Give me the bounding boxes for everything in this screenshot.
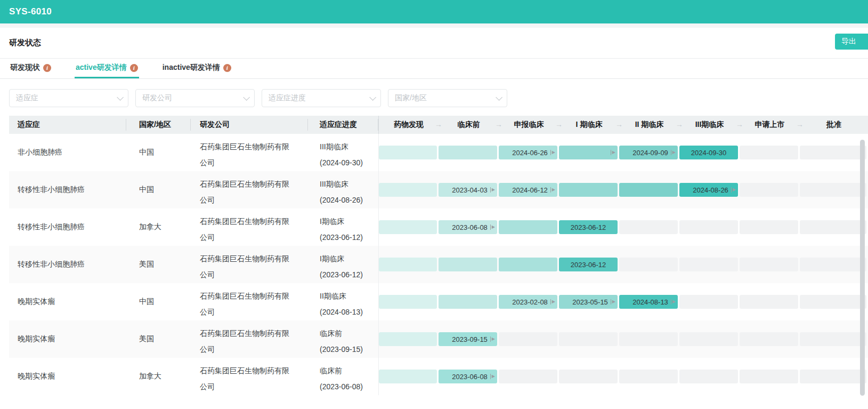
stage-progress-bar [439,258,497,271]
stage-placeholder-bar [740,332,798,346]
stage-cell: 2024-09-09▶ [619,134,679,171]
step-forward-icon[interactable]: ▶ [490,224,495,230]
stage-progress-bar: 2024-08-26▶ [679,183,738,197]
stage-cell [740,358,800,395]
stage-date: 2024-09-09 [632,149,668,157]
info-icon[interactable]: i [130,64,138,72]
stage-date: 2023-06-12 [571,261,606,269]
progress-stage-text: I期临床 [320,251,378,267]
step-forward-icon[interactable]: ▶ [550,187,555,193]
stage-placeholder-bar [740,370,798,383]
column-header: 适应症进度 [308,116,378,134]
table-header-row: 适应症国家/地区研发公司适应症进度药物发现→临床前→申报临床→I 期临床→II … [9,116,868,134]
stage-date: 2023-06-12 [571,223,606,231]
stage-cell [679,358,740,395]
stage-cell [439,134,499,171]
stage-placeholder-bar [679,295,738,309]
stage-placeholder-bar [619,370,678,383]
stage-placeholder-bar [679,332,738,346]
stage-date: 2024-09-30 [691,149,727,157]
stage-progress-bar [379,332,437,346]
step-forward-icon[interactable]: ▶ [671,150,676,155]
progress-cell: III期临床(2024-09-30) [308,134,378,171]
stage-date: 2024-06-26 [512,149,548,157]
table-row: 转移性非小细胞肺癌美国石药集团巨石生物制药有限公司I期临床(2023-06-12… [9,246,868,283]
stage-cell [378,246,439,283]
stage-placeholder-bar [800,258,866,271]
stage-cell: 2023-06-12 [559,246,619,283]
step-forward-icon[interactable]: ▶ [611,299,615,304]
indication-cell: 转移性非小细胞肺癌 [9,171,126,208]
stage-progress-bar: 2023-05-15▶ [559,295,618,309]
table-row: 转移性非小细胞肺癌中国石药集团巨石生物制药有限公司III期临床(2024-08-… [9,171,868,208]
step-forward-icon[interactable]: ▶ [731,187,736,193]
step-forward-icon[interactable]: ▶ [671,299,676,304]
stage-cell [499,246,559,283]
section-header: 研发状态 导出 [0,28,868,59]
region-cell: 中国 [126,134,191,171]
indication-cell: 晚期实体瘤 [9,320,126,358]
stage-cell [499,358,559,395]
stage-placeholder-bar [800,183,866,197]
stage-placeholder-bar [800,295,866,309]
filter-select[interactable]: 适应症进度 [262,89,381,107]
stage-progress-bar: 2023-09-15▶ [439,332,497,346]
progress-stage-text: II期临床 [320,288,378,304]
stage-progress-bar: 2023-06-12 [559,220,618,234]
stage-cell [378,134,439,171]
stage-progress-bar [499,258,557,271]
vertical-scrollbar-thumb[interactable] [860,140,865,396]
stage-progress-bar: 2024-06-12▶ [499,183,557,197]
table-row: 晚期实体瘤中国石药集团巨石生物制药有限公司II期临床(2024-08-13)20… [9,283,868,320]
stage-placeholder-bar [740,220,798,234]
stage-date: 2023-06-08 [452,223,488,231]
column-header: 研发公司 [191,116,308,134]
stage-progress-bar [439,295,497,309]
step-forward-icon[interactable]: ▶ [550,299,555,304]
progress-stage-text: I期临床 [320,213,378,229]
company-cell: 石药集团巨石生物制药有限公司 [191,171,308,208]
filter-select[interactable]: 适应症 [9,89,128,107]
page-background-gap [0,23,868,28]
stage-progress-bar: 2023-06-12 [559,258,618,271]
table-row: 晚期实体瘤加拿大石药集团巨石生物制药有限公司临床前(2023-06-08)202… [9,358,868,395]
stage-cell [619,358,679,395]
step-forward-icon[interactable]: ▶ [490,374,495,379]
step-forward-icon[interactable]: ▶ [490,187,495,193]
stage-cell [679,208,740,246]
info-icon[interactable]: i [43,64,51,72]
export-button[interactable]: 导出 [835,34,868,50]
stage-progress-bar: 2024-08-13▶ [619,295,678,309]
stage-column-header: I 期临床→ [559,116,619,134]
filter-select[interactable]: 国家/地区 [388,89,507,107]
tab-active-rd-detail[interactable]: active研发详情 i [75,59,139,78]
progress-cell: I期临床(2023-06-12) [308,246,378,283]
step-forward-icon[interactable]: ▶ [490,336,495,342]
stage-cell: 2024-06-26▶ [499,134,559,171]
stage-progress-bar [559,183,618,197]
progress-stage-text: 临床前 [320,325,378,341]
stage-cell [800,246,868,283]
tab-rd-status[interactable]: 研发现状 i [9,59,52,78]
stage-cell: 2023-06-08▶ [439,358,499,395]
tab-inactive-rd-detail[interactable]: inactive研发详情 i [161,59,232,78]
progress-cell: 临床前(2023-09-15) [308,320,378,358]
stage-cell [740,171,800,208]
tab-label: 研发现状 [10,63,40,73]
stage-cell [378,283,439,320]
stage-column-header: 申请上市→ [740,116,800,134]
step-forward-icon[interactable]: ▶ [611,150,615,155]
stage-column-header: II 期临床→ [619,116,679,134]
filter-placeholder: 研发公司 [142,93,172,103]
filter-select[interactable]: 研发公司 [135,89,255,107]
progress-date-text: (2024-09-30) [320,155,378,171]
info-icon[interactable]: i [223,64,231,72]
step-forward-icon[interactable]: ▶ [550,150,555,155]
stage-progress-bar: 2023-02-08▶ [499,295,557,309]
indication-cell: 转移性非小细胞肺癌 [9,246,126,283]
stage-column-header: 批准 [800,116,868,134]
stage-progress-bar [619,183,678,197]
stage-date: 2024-08-26 [693,186,728,194]
stage-cell [499,320,559,358]
stage-cell: ▶ [559,134,619,171]
